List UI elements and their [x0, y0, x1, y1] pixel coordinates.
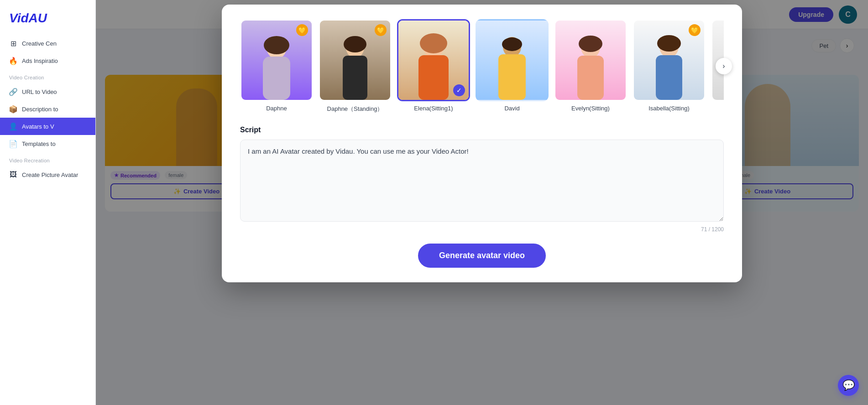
template-icon: 📄 — [9, 140, 17, 148]
avatar-name-daphne1: Daphne — [240, 105, 313, 112]
sidebar-item-label: Ads Inspiratio — [22, 57, 58, 64]
svg-rect-10 — [498, 54, 526, 100]
modal-overlay[interactable]: 💛 Daphne — [96, 0, 868, 405]
avatar-grid: 💛 Daphne — [240, 19, 724, 113]
video-creation-label: Video Creation — [0, 69, 95, 83]
picture-icon: 🖼 — [9, 171, 17, 179]
svg-rect-16 — [656, 55, 682, 100]
avatar-card-elena[interactable]: ✓ Elena(Sitting1) — [397, 19, 470, 113]
fire-icon: 🔥 — [9, 57, 17, 65]
logo: VidAU — [0, 7, 95, 35]
sidebar-item-label: Templates to — [22, 140, 56, 147]
avatar-card-david[interactable]: David — [476, 19, 549, 113]
avatar-next-button[interactable]: › — [716, 58, 732, 74]
sidebar-item-avatars[interactable]: 👤 Avatars to V — [0, 118, 95, 135]
avatar-image-daphne1: 💛 — [240, 19, 313, 101]
generate-button[interactable]: Generate avatar video — [418, 244, 546, 268]
avatar-card-evelyn[interactable]: Evelyn(Sitting) — [554, 19, 627, 113]
selected-check-elena: ✓ — [453, 84, 465, 96]
sidebar-item-ads[interactable]: 🔥 Ads Inspiratio — [0, 52, 95, 69]
sidebar-item-label: URL to Video — [22, 88, 57, 95]
sidebar-item-label: Avatars to V — [22, 123, 54, 130]
avatar-name-emma: Emma — [711, 105, 724, 112]
avatar-name-isabella: Isabella(Sitting) — [633, 105, 706, 112]
svg-point-2 — [264, 36, 289, 54]
sidebar-item-url[interactable]: 🔗 URL to Video — [0, 83, 95, 100]
avatar-bg — [477, 21, 547, 100]
favorite-icon-daphne2: 💛 — [375, 24, 387, 36]
sidebar-item-label: Description to — [22, 106, 58, 113]
favorite-icon-isabella: 💛 — [689, 24, 701, 36]
svg-rect-7 — [418, 55, 449, 100]
svg-point-17 — [657, 35, 681, 52]
sidebar-item-templates[interactable]: 📄 Templates to — [0, 135, 95, 152]
main-content: Upgrade C Pet › ★ Recommended female — [96, 0, 868, 405]
svg-point-14 — [579, 36, 602, 52]
sidebar-item-picture-avatar[interactable]: 🖼 Create Picture Avatar — [0, 166, 95, 183]
avatar-card-isabella[interactable]: 💛 Isabella(Sitting) — [633, 19, 706, 113]
script-textarea[interactable] — [240, 140, 724, 222]
svg-rect-4 — [343, 56, 367, 100]
avatar-bg — [555, 21, 626, 100]
avatar-image-daphne2: 💛 — [319, 19, 392, 101]
sidebar-item-label: Creative Cen — [22, 40, 57, 47]
avatar-card-daphne2[interactable]: 💛 Daphne（Standing） — [319, 19, 392, 113]
sidebar-item-description[interactable]: 📦 Description to — [0, 100, 95, 118]
svg-point-8 — [420, 33, 447, 53]
avatar-image-elena: ✓ — [397, 19, 470, 101]
box-icon: 📦 — [9, 105, 17, 113]
avatar-list-container: 💛 Daphne — [240, 19, 724, 113]
avatar-name-daphne2: Daphne（Standing） — [319, 105, 392, 113]
link-icon: 🔗 — [9, 88, 17, 96]
svg-rect-1 — [263, 57, 290, 100]
logo-text: VidAU — [9, 11, 47, 25]
avatar-icon: 👤 — [9, 122, 17, 130]
avatar-name-evelyn: Evelyn(Sitting) — [554, 105, 627, 112]
avatar-card-daphne1[interactable]: 💛 Daphne — [240, 19, 313, 113]
video-recreation-label: Video Recreation — [0, 152, 95, 166]
sidebar-item-label: Create Picture Avatar — [22, 171, 78, 178]
avatar-name-david: David — [476, 105, 549, 112]
chat-widget-button[interactable]: 💬 — [838, 375, 859, 396]
avatar-name-elena: Elena(Sitting1) — [397, 105, 470, 112]
avatar-image-isabella: 💛 — [633, 19, 706, 101]
dashboard-icon: ⊞ — [9, 39, 17, 47]
svg-point-11 — [502, 37, 522, 51]
modal-dialog: 💛 Daphne — [222, 5, 742, 282]
script-label: Script — [240, 126, 724, 134]
favorite-icon-daphne1: 💛 — [296, 24, 308, 36]
avatar-image-evelyn — [554, 19, 627, 101]
sidebar: VidAU ⊞ Creative Cen 🔥 Ads Inspiratio Vi… — [0, 0, 96, 405]
svg-point-5 — [344, 36, 366, 52]
svg-rect-13 — [577, 56, 604, 100]
script-char-counter: 71 / 1200 — [240, 226, 724, 233]
sidebar-item[interactable]: ⊞ Creative Cen — [0, 35, 95, 52]
avatar-image-david — [476, 19, 549, 101]
